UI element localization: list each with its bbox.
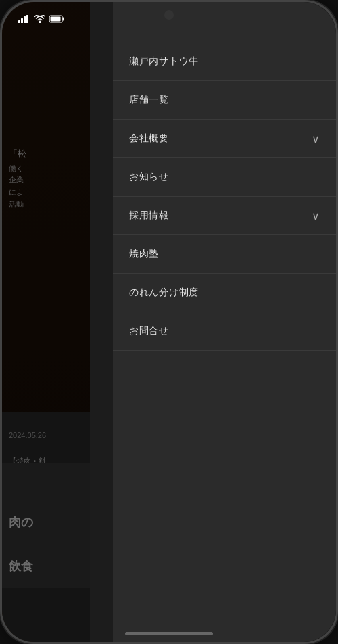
menu-item-yakiniku-label: 焼肉塾 <box>129 248 159 260</box>
menu-item-seto[interactable]: 瀬戸内サトウ牛 <box>113 43 336 81</box>
menu-item-company-label: 会社概要 <box>129 132 169 145</box>
chevron-down-icon-recruit: ∨ <box>312 209 320 222</box>
svg-rect-3 <box>26 15 28 23</box>
battery-icon <box>49 15 64 23</box>
menu-item-news[interactable]: お知らせ <box>113 158 336 197</box>
menu-item-yakiniku[interactable]: 焼肉塾 <box>113 235 336 274</box>
menu-item-noren-label: のれん分け制度 <box>129 287 199 299</box>
menu-item-recruit[interactable]: 採用情報 ∨ <box>113 197 336 235</box>
menu-item-company[interactable]: 会社概要 ∨ <box>113 120 336 158</box>
status-icons <box>18 15 64 23</box>
svg-rect-5 <box>63 18 64 21</box>
signal-icon <box>18 15 30 23</box>
menu-item-seto-label: 瀬戸内サトウ牛 <box>129 55 199 68</box>
wifi-icon <box>34 15 45 23</box>
svg-rect-2 <box>24 16 26 23</box>
camera <box>164 10 174 20</box>
svg-rect-1 <box>21 18 23 23</box>
status-bar <box>2 2 336 36</box>
menu-item-recruit-label: 採用情報 <box>129 209 169 222</box>
drawer-menu: 瀬戸内サトウ牛 店舗一覧 会社概要 ∨ お知らせ 採用情報 ∨ 焼肉塾 のれん分… <box>113 2 336 642</box>
home-indicator <box>125 632 213 635</box>
menu-item-stores[interactable]: 店舗一覧 <box>113 81 336 120</box>
menu-item-noren[interactable]: のれん分け制度 <box>113 274 336 312</box>
left-darken-overlay <box>2 2 90 642</box>
menu-item-stores-label: 店舗一覧 <box>129 94 169 106</box>
menu-item-contact-label: お問合せ <box>129 325 169 337</box>
phone-screen: 「松 働く 企業 によ 活動 2024.05.26 【焼肉・料 肉の 飲食 瀬戸… <box>2 2 336 642</box>
menu-item-news-label: お知らせ <box>129 171 169 183</box>
svg-rect-0 <box>18 20 20 23</box>
menu-item-contact[interactable]: お問合せ <box>113 312 336 351</box>
phone-frame: 「松 働く 企業 によ 活動 2024.05.26 【焼肉・料 肉の 飲食 瀬戸… <box>0 0 338 644</box>
svg-rect-6 <box>51 17 61 22</box>
chevron-down-icon: ∨ <box>312 132 320 145</box>
